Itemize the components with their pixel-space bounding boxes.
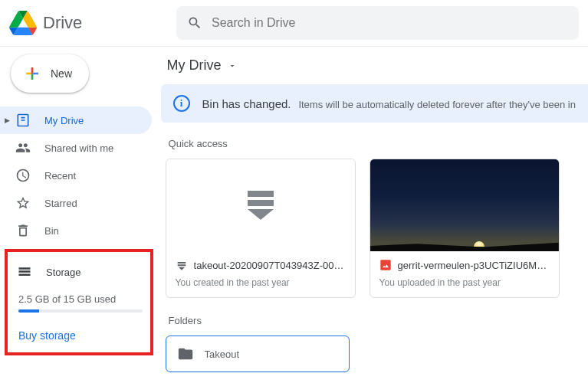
sidebar-item-label: Shared with me — [44, 142, 113, 154]
sidebar-item-shared[interactable]: Shared with me — [0, 134, 152, 162]
people-icon — [15, 140, 31, 155]
svg-rect-0 — [380, 260, 390, 270]
file-subtitle: You created in the past year — [176, 277, 346, 288]
buy-storage-link[interactable]: Buy storage — [18, 329, 143, 342]
zip-file-icon — [176, 259, 188, 271]
clock-icon — [15, 168, 31, 183]
sidebar-item-label: Bin — [44, 225, 59, 237]
sidebar-item-label: My Drive — [44, 115, 84, 126]
storage-title: Storage — [46, 267, 81, 278]
search-icon — [187, 15, 202, 31]
storage-usage-text: 2.5 GB of 15 GB used — [18, 293, 143, 305]
search-input[interactable] — [212, 16, 568, 30]
banner-detail: Items will be automatically deleted fore… — [298, 99, 576, 110]
quick-access-card[interactable]: gerrit-vermeulen-p3UCTiZIU6M-uns… You up… — [370, 159, 560, 298]
storage-icon — [17, 264, 32, 280]
storage-progress-bar — [18, 309, 143, 313]
sidebar-item-starred[interactable]: Starred — [0, 189, 152, 217]
sidebar: New ▶ My Drive Shared with me — [0, 46, 158, 383]
new-button[interactable]: New — [11, 54, 89, 93]
file-thumbnail — [166, 159, 355, 251]
folders-heading: Folders — [169, 315, 588, 326]
file-name: takeout-20200907T043943Z-001.zip — [194, 260, 346, 271]
drive-logo-icon — [9, 11, 37, 35]
sidebar-item-label: Recent — [44, 170, 76, 182]
plus-icon — [23, 64, 41, 83]
breadcrumb-title: My Drive — [167, 57, 222, 74]
sidebar-nav: ▶ My Drive Shared with me Recent — [0, 106, 158, 244]
expand-caret-icon[interactable]: ▶ — [2, 116, 12, 124]
quick-access-list: takeout-20200907T043943Z-001.zip You cre… — [161, 159, 588, 298]
banner-title: Bin has changed. — [202, 97, 291, 110]
breadcrumb[interactable]: My Drive — [161, 47, 588, 84]
file-subtitle: You uploaded in the past year — [379, 277, 550, 288]
mydrive-icon — [15, 113, 31, 128]
folder-item[interactable]: Takeout — [166, 336, 350, 372]
sidebar-item-label: Starred — [44, 198, 77, 209]
file-thumbnail — [370, 159, 559, 251]
quick-access-heading: Quick access — [169, 138, 588, 149]
new-button-label: New — [51, 67, 72, 80]
storage-panel: Storage 2.5 GB of 15 GB used Buy storage — [5, 249, 153, 355]
sidebar-item-mydrive[interactable]: ▶ My Drive — [0, 106, 152, 134]
image-file-icon — [379, 259, 392, 271]
drive-logo-area[interactable]: Drive — [9, 11, 176, 35]
file-name: gerrit-vermeulen-p3UCTiZIU6M-uns… — [398, 260, 550, 271]
trash-icon — [15, 223, 31, 238]
notification-banner: i Bin has changed. Items will be automat… — [161, 84, 588, 123]
info-icon: i — [173, 95, 190, 112]
main-content: My Drive i Bin has changed. Items will b… — [158, 46, 588, 383]
star-icon — [15, 195, 31, 211]
chevron-down-icon — [228, 61, 237, 70]
folder-icon — [177, 345, 194, 362]
sidebar-item-recent[interactable]: Recent — [0, 162, 152, 189]
search-bar[interactable] — [176, 6, 579, 40]
product-name: Drive — [43, 13, 82, 33]
storage-progress-fill — [18, 309, 39, 313]
quick-access-card[interactable]: takeout-20200907T043943Z-001.zip You cre… — [166, 159, 356, 298]
sidebar-item-bin[interactable]: Bin — [0, 217, 152, 244]
sidebar-item-storage[interactable]: Storage — [15, 260, 143, 284]
folder-name: Takeout — [205, 349, 240, 360]
download-arrow-icon — [248, 191, 274, 220]
